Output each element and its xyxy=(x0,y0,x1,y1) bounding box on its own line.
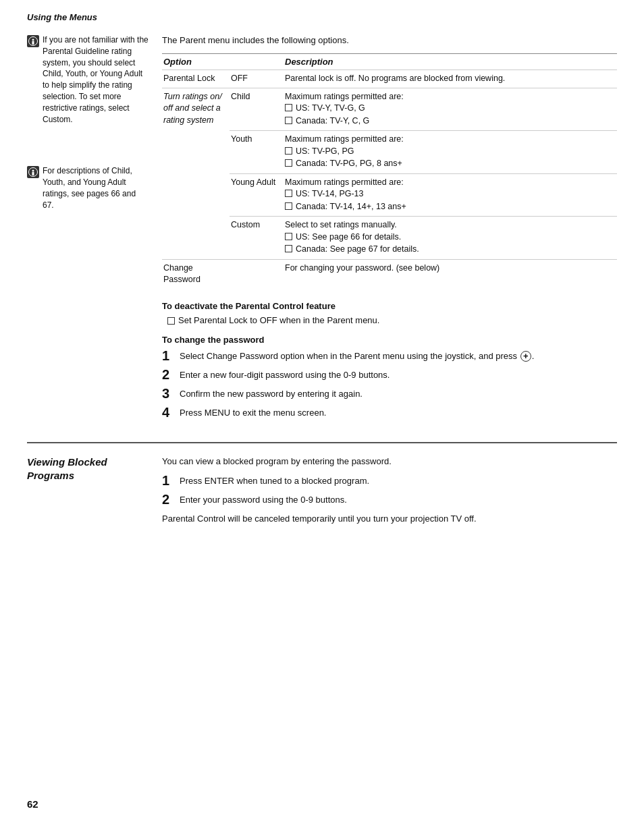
deactivate-bullet: Set Parental Lock to OFF when in the Par… xyxy=(167,315,617,325)
value-cell: Child xyxy=(230,88,284,131)
note-icon-2 xyxy=(27,166,39,178)
circle-plus-icon: + xyxy=(520,351,531,362)
left-sidebar: If you are not familiar with the Parenta… xyxy=(27,28,162,426)
vb-step-1-text: Press ENTER when tuned to a blocked prog… xyxy=(180,475,369,487)
checkbox-icon xyxy=(167,317,175,325)
checkbox-icon xyxy=(285,245,292,252)
checkbox-icon xyxy=(285,104,292,111)
col-header-option: Option xyxy=(162,54,230,70)
checkbox-icon xyxy=(285,117,292,124)
note-icon-1 xyxy=(27,35,39,47)
checkbox-icon xyxy=(285,233,292,240)
table-row: Custom Select to set ratings manually. U… xyxy=(162,217,617,260)
sidebar-note-2: For descriptions of Child, Youth, and Yo… xyxy=(27,165,149,211)
sidebar-note-1-text: If you are not familiar with the Parenta… xyxy=(43,34,149,125)
value-cell: Youth xyxy=(230,131,284,174)
deactivate-heading: To deactivate the Parental Control featu… xyxy=(162,301,617,311)
step-number-1: 1 xyxy=(162,349,180,362)
vb-step-2-text: Enter your password using the 0-9 button… xyxy=(180,494,347,506)
options-table: Option Description Parental Lock OFF Par… xyxy=(162,53,617,289)
step-2-text: Enter a new four-digit password using th… xyxy=(180,369,390,381)
option-cell: ChangePassword xyxy=(162,259,230,289)
step-1: 1 Select Change Password option when in … xyxy=(162,350,617,362)
viewing-blocked-content: You can view a blocked program by enteri… xyxy=(162,455,617,532)
table-row: Parental Lock OFF Parental lock is off. … xyxy=(162,70,617,88)
page-number: 62 xyxy=(27,798,38,810)
header-title: Using the Menus xyxy=(27,12,97,22)
vb-step-1: 1 Press ENTER when tuned to a blocked pr… xyxy=(162,475,617,487)
viewing-blocked-title: Viewing Blocked Programs xyxy=(27,455,162,482)
sidebar-note-2-text: For descriptions of Child, Youth, and Yo… xyxy=(43,165,149,211)
section-title-area: Viewing Blocked Programs xyxy=(27,455,162,532)
page-header: Using the Menus xyxy=(0,0,644,28)
step-2: 2 Enter a new four-digit password using … xyxy=(162,369,617,381)
option-cell: Turn ratings on/off and select arating s… xyxy=(162,88,230,259)
step-number-3: 3 xyxy=(162,387,180,400)
svg-rect-1 xyxy=(32,41,34,45)
desc-cell: Parental lock is off. No programs are bl… xyxy=(284,70,617,88)
vb-step-2: 2 Enter your password using the 0-9 butt… xyxy=(162,494,617,506)
desc-cell: For changing your password. (see below) xyxy=(284,259,617,289)
value-cell: OFF xyxy=(230,70,284,88)
checkbox-icon xyxy=(285,159,292,167)
section-divider: Viewing Blocked Programs You can view a … xyxy=(27,442,617,532)
table-row: Young Adult Maximum ratings permitted ar… xyxy=(162,173,617,217)
step-3-text: Confirm the new password by entering it … xyxy=(180,388,363,400)
table-row: Turn ratings on/off and select arating s… xyxy=(162,88,617,131)
step-4: 4 Press MENU to exit the menu screen. xyxy=(162,407,617,419)
checkbox-icon xyxy=(285,190,292,197)
checkbox-icon xyxy=(285,147,292,155)
svg-point-3 xyxy=(32,170,34,172)
viewing-blocked-note: Parental Control will be canceled tempor… xyxy=(162,513,617,525)
value-cell: Young Adult xyxy=(230,173,284,217)
step-1-text: Select Change Password option when in th… xyxy=(180,350,534,362)
change-password-section: To change the password 1 Select Change P… xyxy=(162,335,617,420)
value-cell xyxy=(230,259,284,289)
svg-rect-4 xyxy=(32,172,34,175)
desc-cell: Select to set ratings manually. US: See … xyxy=(284,217,617,260)
option-cell: Parental Lock xyxy=(162,70,230,88)
table-row: ChangePassword For changing your passwor… xyxy=(162,259,617,289)
deactivate-text: Set Parental Lock to OFF when in the Par… xyxy=(178,315,379,325)
deactivate-section: To deactivate the Parental Control featu… xyxy=(162,301,617,325)
desc-cell: Maximum ratings permitted are: US: TV-PG… xyxy=(284,131,617,174)
sidebar-note-1: If you are not familiar with the Parenta… xyxy=(27,34,149,125)
vb-step-number-1: 1 xyxy=(162,474,180,487)
step-3: 3 Confirm the new password by entering i… xyxy=(162,388,617,400)
step-number-4: 4 xyxy=(162,406,180,419)
change-password-heading: To change the password xyxy=(162,335,617,345)
svg-point-0 xyxy=(32,39,34,41)
viewing-blocked-intro: You can view a blocked program by enteri… xyxy=(162,455,617,468)
step-4-text: Press MENU to exit the menu screen. xyxy=(180,407,326,419)
col-header-value xyxy=(230,54,284,70)
intro-text: The Parent menu includes the following o… xyxy=(162,34,617,47)
desc-cell: Maximum ratings permitted are: US: TV-Y,… xyxy=(284,88,617,131)
step-number-2: 2 xyxy=(162,368,180,381)
vb-step-number-2: 2 xyxy=(162,493,180,506)
checkbox-icon xyxy=(285,202,292,210)
value-cell: Custom xyxy=(230,217,284,260)
table-row: Youth Maximum ratings permitted are: US:… xyxy=(162,131,617,174)
col-header-description: Description xyxy=(284,54,617,70)
main-content: The Parent menu includes the following o… xyxy=(162,28,617,426)
desc-cell: Maximum ratings permitted are: US: TV-14… xyxy=(284,173,617,217)
